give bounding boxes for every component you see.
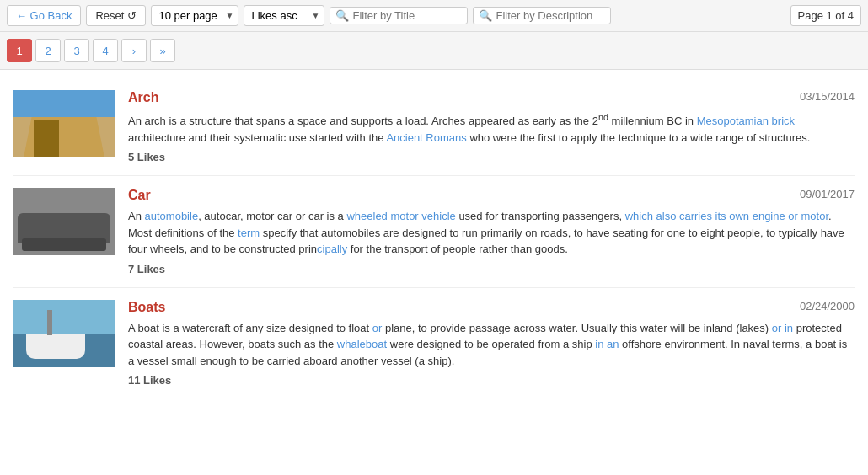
page-3-button[interactable]: 3 — [64, 39, 89, 62]
item-thumbnail-car — [13, 188, 115, 255]
pagination-bar: 1 2 3 4 › » — [0, 32, 868, 70]
filter-desc-wrap: 🔍 — [473, 7, 611, 24]
item-thumbnail-boats — [13, 300, 115, 367]
item-body-boats: Boats 02/24/2000 A boat is a watercraft … — [128, 300, 855, 387]
per-page-select-wrap: 5 per page 10 per page 25 per page 50 pe… — [151, 5, 238, 26]
page-2-button[interactable]: 2 — [35, 39, 61, 62]
item-date-car: 09/01/2017 — [800, 188, 855, 200]
item-title-car[interactable]: Car — [128, 188, 151, 203]
page-info: Page 1 of 4 — [790, 5, 862, 26]
item-header-arch: Arch 03/15/2014 — [128, 90, 855, 105]
item-date-arch: 03/15/2014 — [800, 90, 855, 103]
toolbar: ← Go Back Reset ↺ 5 per page 10 per page… — [0, 0, 868, 32]
go-back-button[interactable]: ← Go Back — [7, 5, 81, 26]
item-body-car: Car 09/01/2017 An automobile, autocar, m… — [128, 188, 855, 275]
item-thumbnail-arch — [13, 90, 115, 157]
item-date-boats: 02/24/2000 — [800, 300, 855, 312]
item-desc-boats: A boat is a watercraft of any size desig… — [128, 320, 855, 370]
next-page-button[interactable]: › — [121, 39, 147, 62]
filter-title-input[interactable] — [352, 9, 462, 22]
reset-icon: ↺ — [127, 9, 137, 22]
filter-title-wrap: 🔍 — [330, 7, 468, 24]
item-header-car: Car 09/01/2017 — [128, 188, 855, 203]
page-4-button[interactable]: 4 — [93, 39, 118, 62]
search-desc-icon: 🔍 — [479, 9, 492, 22]
item-likes-car: 7 Likes — [128, 263, 855, 275]
item-likes-arch: 5 Likes — [128, 151, 855, 163]
item-desc-car: An automobile, autocar, motor car or car… — [128, 208, 855, 258]
sort-select[interactable]: Likes asc Likes desc Date asc Date desc … — [244, 5, 324, 26]
sort-select-wrap: Likes asc Likes desc Date asc Date desc … — [244, 5, 324, 26]
item-title-boats[interactable]: Boats — [128, 300, 165, 315]
list-item: Arch 03/15/2014 An arch is a structure t… — [13, 78, 855, 176]
last-page-button[interactable]: » — [150, 39, 175, 62]
reset-button[interactable]: Reset ↺ — [86, 5, 146, 26]
item-header-boats: Boats 02/24/2000 — [128, 300, 855, 315]
filter-desc-input[interactable] — [496, 9, 605, 22]
item-likes-boats: 11 Likes — [128, 374, 855, 387]
search-title-icon: 🔍 — [335, 9, 349, 22]
list-item: Car 09/01/2017 An automobile, autocar, m… — [13, 176, 855, 288]
item-desc-arch: An arch is a structure that spans a spac… — [128, 110, 855, 146]
per-page-select[interactable]: 5 per page 10 per page 25 per page 50 pe… — [151, 5, 238, 26]
item-title-arch[interactable]: Arch — [128, 90, 158, 105]
list-item: Boats 02/24/2000 A boat is a watercraft … — [13, 288, 855, 399]
item-body-arch: Arch 03/15/2014 An arch is a structure t… — [128, 90, 855, 163]
reset-label: Reset — [95, 9, 124, 22]
content-area: Arch 03/15/2014 An arch is a structure t… — [0, 70, 868, 407]
page-1-button[interactable]: 1 — [7, 39, 32, 62]
